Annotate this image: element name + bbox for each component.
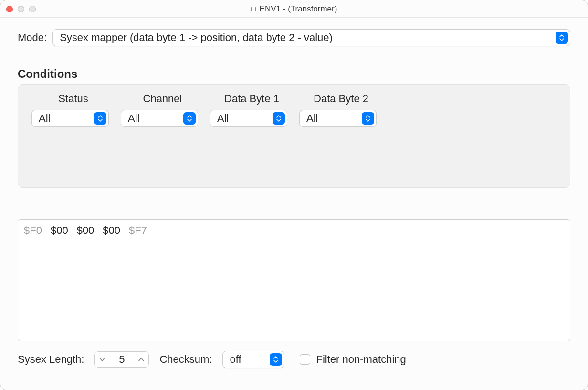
document-proxy-icon	[251, 7, 256, 11]
checkbox-box	[300, 354, 310, 365]
zoom-button[interactable]	[29, 6, 36, 12]
checksum-popup[interactable]: off	[222, 351, 284, 368]
sysex-length-stepper[interactable]: 5	[94, 351, 149, 368]
conditions-title: Conditions	[18, 67, 570, 81]
titlebar: ENV1 - (Transformer)	[0, 0, 588, 18]
channel-value: All	[128, 112, 179, 125]
cond-head-channel: Channel	[121, 91, 204, 106]
updown-arrows-icon	[183, 112, 196, 125]
cond-head-data2: Data Byte 2	[299, 91, 383, 106]
chevron-down-icon	[99, 357, 105, 362]
chevron-up-icon	[138, 357, 144, 362]
status-value: All	[39, 112, 90, 125]
data2-popup[interactable]: All	[299, 110, 377, 127]
sysex-hex-box[interactable]: $F0 $00 $00 $00 $F7	[18, 219, 570, 341]
sysex-bytes: $F0 $00 $00 $00 $F7	[24, 224, 564, 237]
updown-arrows-icon	[362, 112, 374, 125]
sysex-length-label: Sysex Length:	[18, 353, 84, 366]
updown-arrows-icon	[94, 112, 106, 125]
mode-popup[interactable]: Sysex mapper (data byte 1 -> position, d…	[52, 29, 570, 46]
filter-non-matching-label: Filter non-matching	[316, 353, 406, 366]
content: Mode: Sysex mapper (data byte 1 -> posit…	[0, 18, 588, 390]
mode-label: Mode:	[18, 32, 47, 44]
step-down-button[interactable]	[95, 352, 109, 367]
checksum-value: off	[230, 353, 266, 366]
sysex-byte: $00	[77, 224, 94, 237]
data2-value: All	[306, 112, 358, 125]
sysex-byte: $F0	[24, 224, 42, 237]
close-button[interactable]	[6, 6, 13, 12]
sysex-byte: $00	[103, 224, 120, 237]
cond-head-status: Status	[32, 91, 115, 106]
window: ENV1 - (Transformer) Mode: Sysex mapper …	[0, 0, 588, 390]
filter-non-matching-checkbox[interactable]: Filter non-matching	[300, 353, 406, 366]
conditions-panel: Status Channel Data Byte 1 Data Byte 2 A…	[18, 84, 570, 188]
data1-value: All	[217, 112, 269, 125]
sysex-byte: $F7	[129, 224, 147, 237]
updown-arrows-icon	[270, 353, 282, 366]
traffic-lights	[6, 6, 36, 12]
mode-row: Mode: Sysex mapper (data byte 1 -> posit…	[18, 29, 570, 46]
data1-popup[interactable]: All	[210, 110, 287, 127]
checksum-label: Checksum:	[159, 353, 212, 366]
window-title-wrap: ENV1 - (Transformer)	[0, 4, 588, 14]
footer: Sysex Length: 5 Checksum: off Filter	[18, 351, 570, 368]
window-title: ENV1 - (Transformer)	[260, 4, 337, 14]
channel-popup[interactable]: All	[121, 110, 198, 127]
updown-arrows-icon	[556, 32, 568, 44]
conditions-grid: Status Channel Data Byte 1 Data Byte 2 A…	[32, 91, 556, 127]
status-popup[interactable]: All	[32, 110, 109, 127]
sysex-length-value: 5	[109, 353, 134, 366]
minimize-button[interactable]	[18, 6, 24, 12]
mode-value: Sysex mapper (data byte 1 -> position, d…	[60, 32, 552, 44]
step-up-button[interactable]	[134, 352, 148, 367]
updown-arrows-icon	[273, 112, 285, 125]
cond-head-data1: Data Byte 1	[210, 91, 294, 106]
sysex-byte: $00	[51, 224, 68, 237]
